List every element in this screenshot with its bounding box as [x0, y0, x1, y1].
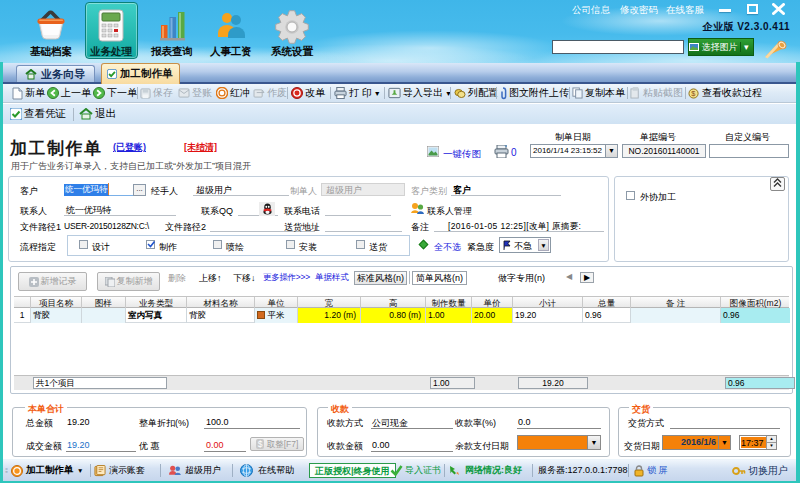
- svg-text:$: $: [691, 89, 695, 98]
